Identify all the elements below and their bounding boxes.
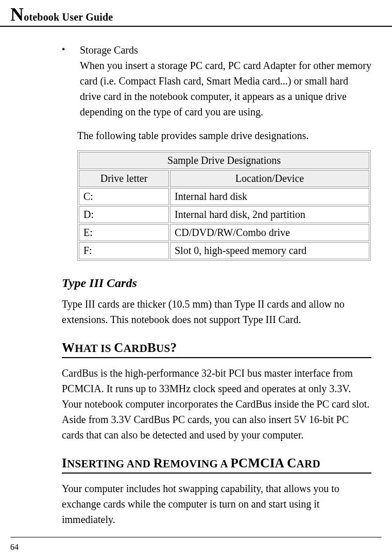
insert-remove-text: Your computer includes hot swapping capa… [62, 481, 371, 527]
bullet-body: Storage Cards When you insert a storage … [80, 42, 382, 120]
type3-heading: Type III Cards [62, 276, 382, 290]
header-rest: otebook User Guide [24, 11, 113, 23]
header-title: Notebook User Guide [10, 11, 113, 23]
cell-drive-letter: D: [79, 206, 169, 223]
cardbus-text: CardBus is the high-performance 32-bit P… [62, 365, 371, 443]
heading-part: NSERTING AND [67, 458, 154, 470]
heading-part: R [154, 456, 163, 470]
heading-part: W [62, 341, 75, 355]
heading-part: US [156, 342, 170, 355]
heading-part: ARD [297, 458, 320, 470]
table-row: C: Internal hard disk [79, 188, 369, 205]
header-dropcap: N [10, 4, 24, 25]
page-footer: 64 [10, 537, 382, 552]
bullet-title: Storage Cards [80, 42, 371, 58]
bullet-marker: • [62, 42, 80, 120]
heading-part: EMOVING A [163, 458, 230, 470]
type3-text: Type III cards are thicker (10.5 mm) tha… [62, 296, 371, 327]
page-content: • Storage Cards When you insert a storag… [0, 27, 392, 532]
cell-drive-desc: CD/DVD/RW/Combo drive [170, 224, 369, 241]
page: Notebook User Guide • Storage Cards When… [0, 0, 392, 556]
page-header: Notebook User Guide [0, 0, 392, 27]
heading-part: ? [171, 341, 177, 355]
cardbus-heading: WHAT IS CARDBUS? [62, 341, 371, 358]
heading-part: I [62, 456, 67, 470]
cell-drive-desc: Slot 0, high-speed memory card [170, 242, 369, 259]
table-row: D: Internal hard disk, 2nd partition [79, 206, 369, 223]
following-text: The following table provides sample driv… [77, 128, 382, 143]
cell-drive-desc: Internal hard disk, 2nd partition [170, 206, 369, 223]
heading-part: HAT IS [75, 342, 114, 355]
table-caption: Sample Drive Designations [79, 152, 369, 169]
table-row: F: Slot 0, high-speed memory card [79, 242, 369, 259]
page-number: 64 [10, 543, 19, 551]
heading-part: C [114, 341, 123, 355]
drive-designations-table: Sample Drive Designations Drive letter L… [77, 150, 371, 261]
cell-drive-desc: Internal hard disk [170, 188, 369, 205]
cell-drive-letter: C: [79, 188, 169, 205]
cell-drive-letter: E: [79, 224, 169, 241]
heading-part: ARD [124, 342, 147, 355]
cell-drive-letter: F: [79, 242, 169, 259]
bullet-text: When you insert a storage PC card, PC ca… [80, 58, 371, 120]
bullet-item: • Storage Cards When you insert a storag… [62, 42, 382, 120]
insert-remove-heading: INSERTING AND REMOVING A PCMCIA CARD [62, 456, 371, 474]
heading-part: PCMCIA C [230, 456, 296, 470]
table-header-col2: Location/Device [170, 170, 369, 187]
table-row: E: CD/DVD/RW/Combo drive [79, 224, 369, 241]
heading-part: B [147, 341, 156, 355]
table-header-col1: Drive letter [79, 170, 169, 187]
